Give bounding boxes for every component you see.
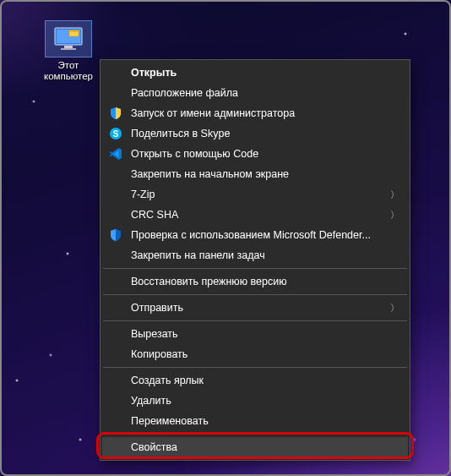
menu-item-run-as-admin[interactable]: Запуск от имени администратора — [102, 103, 408, 123]
chevron-right-icon: 〉 — [390, 189, 399, 201]
this-pc-icon — [45, 20, 92, 57]
menu-item-open[interactable]: Открыть — [102, 63, 408, 83]
menu-item-restore-previous[interactable]: Восстановить прежнюю версию — [102, 271, 408, 292]
menu-separator — [103, 367, 407, 368]
svg-rect-5 — [69, 30, 79, 32]
menu-item-crc-sha[interactable]: CRC SHA 〉 — [102, 205, 408, 225]
menu-separator — [103, 320, 407, 321]
desktop-icon-label: Этот компьютер — [39, 60, 98, 82]
skype-icon: S — [107, 125, 124, 142]
svg-rect-2 — [64, 46, 73, 48]
shield-admin-icon — [107, 105, 124, 122]
desktop-icon-this-pc[interactable]: Этот компьютер — [39, 20, 98, 82]
vscode-icon — [107, 145, 124, 162]
menu-item-share-skype[interactable]: S Поделиться в Skype — [102, 123, 408, 144]
menu-item-properties[interactable]: Свойства — [102, 437, 408, 457]
menu-item-open-with-code[interactable]: Открыть с помощью Code — [102, 144, 408, 164]
menu-separator — [103, 294, 407, 295]
menu-item-copy[interactable]: Копировать — [102, 344, 408, 364]
menu-item-cut[interactable]: Вырезать — [102, 324, 408, 344]
menu-separator — [103, 268, 407, 269]
defender-shield-icon — [107, 227, 124, 243]
menu-item-pin-to-taskbar[interactable]: Закрепить на панели задач — [102, 245, 408, 265]
menu-item-delete[interactable]: Удалить — [102, 391, 408, 411]
chevron-right-icon: 〉 — [390, 209, 399, 222]
menu-item-rename[interactable]: Переименовать — [102, 411, 408, 431]
menu-item-pin-to-start[interactable]: Закрепить на начальном экране — [102, 164, 408, 184]
svg-rect-3 — [61, 48, 76, 50]
menu-separator — [103, 434, 407, 435]
menu-item-file-location[interactable]: Расположение файла — [102, 83, 408, 103]
chevron-right-icon: 〉 — [390, 302, 399, 315]
menu-item-defender-scan[interactable]: Проверка с использованием Microsoft Defe… — [102, 225, 408, 245]
menu-item-7zip[interactable]: 7-Zip 〉 — [102, 184, 408, 205]
menu-item-send-to[interactable]: Отправить 〉 — [102, 298, 408, 318]
context-menu: Открыть Расположение файла Запуск от име… — [100, 59, 410, 461]
menu-item-create-shortcut[interactable]: Создать ярлык — [102, 370, 408, 391]
svg-text:S: S — [113, 129, 119, 139]
